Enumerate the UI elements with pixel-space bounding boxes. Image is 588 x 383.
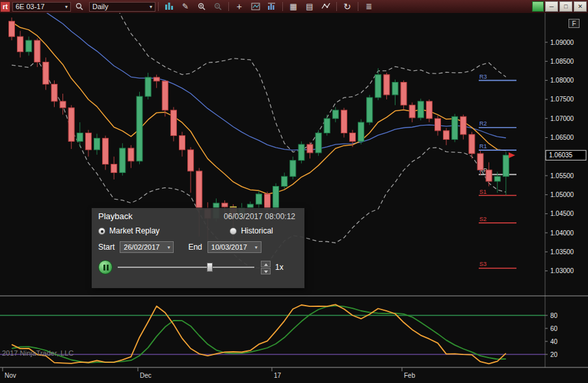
playback-controls-row: 1x (92, 253, 304, 274)
svg-text:1.08000: 1.08000 (550, 77, 574, 84)
start-date-select[interactable]: 26/02/2017 ▾ (120, 241, 174, 253)
svg-text:60: 60 (550, 325, 558, 332)
chart-toolbar: rt 6E 03-17 ▾ Daily ▾ ✎ (0, 0, 588, 13)
speed-label: 1x (275, 263, 284, 272)
speed-down-button[interactable] (261, 268, 271, 274)
interval-selector[interactable]: Daily ▾ (89, 2, 155, 12)
f-button[interactable]: F (568, 19, 580, 28)
bar-chart-icon (165, 2, 174, 11)
cascade-icon: ▤ (306, 2, 313, 11)
svg-text:80: 80 (550, 312, 558, 319)
polyline-tool-button[interactable] (318, 1, 334, 12)
svg-text:Dec: Dec (140, 372, 152, 379)
toolbar-separator (358, 2, 358, 11)
close-button[interactable]: ✕ (574, 1, 587, 12)
snapshot-button[interactable] (248, 1, 263, 12)
toolbar-separator (228, 2, 229, 11)
svg-text:1.05500: 1.05500 (550, 172, 574, 179)
instrument-value: 6E 03-17 (16, 3, 45, 10)
playback-position-slider[interactable] (118, 262, 254, 272)
radio-selected-icon (98, 228, 105, 235)
reload-button[interactable]: ↻ (340, 1, 355, 12)
svg-text:Feb: Feb (404, 372, 416, 379)
svg-text:20: 20 (550, 351, 558, 358)
svg-text:1.06500: 1.06500 (550, 134, 574, 141)
svg-text:1.04500: 1.04500 (550, 210, 574, 217)
playback-title: Playback (98, 211, 133, 221)
playback-mode-row: Market Replay Historical (92, 222, 304, 235)
properties-button[interactable]: ≣ (361, 1, 377, 12)
pencil-icon: ✎ (182, 2, 189, 11)
zoom-out-icon (213, 2, 222, 11)
end-label: End (188, 243, 202, 252)
interval-value: Daily (92, 3, 108, 10)
market-replay-radio[interactable]: Market Replay (98, 226, 159, 235)
radio-unselected-icon (230, 228, 237, 235)
chevron-down-icon: ▾ (255, 244, 258, 250)
chevron-down-icon: ▾ (65, 4, 68, 10)
playback-dates-row: Start 26/02/2017 ▾ End 10/03/2017 ▾ (92, 235, 304, 253)
instrument-selector[interactable]: 6E 03-17 ▾ (12, 2, 71, 12)
draw-tool-button[interactable]: ✎ (178, 1, 193, 12)
zoom-out-button[interactable] (210, 1, 226, 12)
svg-text:1.07000: 1.07000 (550, 115, 574, 122)
historical-label: Historical (241, 226, 273, 235)
window-controls: ─ □ ✕ (532, 1, 587, 12)
grid-icon: ▦ (289, 2, 297, 11)
start-date-value: 26/02/2017 (124, 243, 159, 251)
svg-text:S3: S3 (479, 261, 487, 267)
speed-up-button[interactable] (261, 261, 271, 267)
data-series-button[interactable] (264, 1, 280, 12)
properties-icon: ≣ (366, 2, 372, 11)
svg-text:1.04000: 1.04000 (550, 230, 574, 237)
slider-thumb[interactable] (207, 263, 213, 272)
svg-text:R1: R1 (479, 143, 487, 150)
connection-status-button[interactable] (532, 1, 544, 12)
playback-timestamp: 06/03/2017 08:00:12 (224, 212, 295, 221)
window-title-fragment: rt (1, 2, 10, 12)
svg-text:1.08500: 1.08500 (550, 58, 574, 65)
slider-track (118, 267, 254, 268)
ninjatrader-chart-window: rt 6E 03-17 ▾ Daily ▾ ✎ (0, 0, 588, 383)
svg-text:1.09000: 1.09000 (550, 39, 574, 46)
start-label: Start (98, 243, 114, 252)
chart-region-icon (251, 2, 260, 11)
cascade-windows-button[interactable]: ▤ (302, 1, 317, 12)
end-date-select[interactable]: 10/03/2017 ▾ (207, 241, 261, 253)
svg-text:1.07500: 1.07500 (550, 96, 574, 103)
svg-text:R3: R3 (479, 73, 487, 80)
minimize-button[interactable]: ─ (545, 1, 558, 12)
chart-style-button[interactable] (161, 1, 177, 12)
playback-dialog: Playback 06/03/2017 08:00:12 Market Repl… (92, 208, 304, 288)
svg-text:R2: R2 (479, 120, 487, 127)
svg-text:1.03500: 1.03500 (550, 248, 574, 256)
chart-canvas[interactable]: 1.090001.085001.080001.075001.070001.065… (0, 13, 588, 383)
data-series-icon (267, 2, 276, 11)
playback-titlebar[interactable]: Playback 06/03/2017 08:00:12 (92, 208, 304, 222)
toolbar-separator (282, 2, 283, 11)
end-date-value: 10/03/2017 (211, 243, 247, 251)
tile-windows-button[interactable]: ▦ (286, 1, 301, 12)
svg-text:17: 17 (274, 372, 282, 379)
toolbar-separator (158, 2, 159, 11)
instrument-search-icon[interactable] (72, 1, 87, 12)
svg-text:S1: S1 (479, 189, 487, 195)
chevron-down-icon: ▾ (167, 244, 170, 250)
svg-text:40: 40 (550, 338, 558, 345)
polyline-icon (321, 2, 330, 11)
pause-button[interactable] (98, 260, 113, 274)
svg-text:2017 NinjaTrader, LLC: 2017 NinjaTrader, LLC (2, 349, 74, 357)
maximize-button[interactable]: □ (559, 1, 572, 12)
zoom-in-icon (197, 2, 206, 11)
toolbar-separator (336, 2, 337, 11)
market-replay-label: Market Replay (109, 226, 159, 235)
svg-text:S2: S2 (479, 216, 487, 222)
svg-text:1.05000: 1.05000 (550, 191, 574, 198)
svg-text:1.03000: 1.03000 (550, 267, 574, 274)
crosshair-button[interactable]: + (232, 1, 247, 12)
zoom-in-button[interactable] (194, 1, 209, 12)
crosshair-icon: + (237, 1, 242, 12)
speed-stepper (261, 261, 271, 274)
chevron-down-icon: ▾ (150, 4, 152, 10)
historical-radio[interactable]: Historical (230, 226, 273, 235)
